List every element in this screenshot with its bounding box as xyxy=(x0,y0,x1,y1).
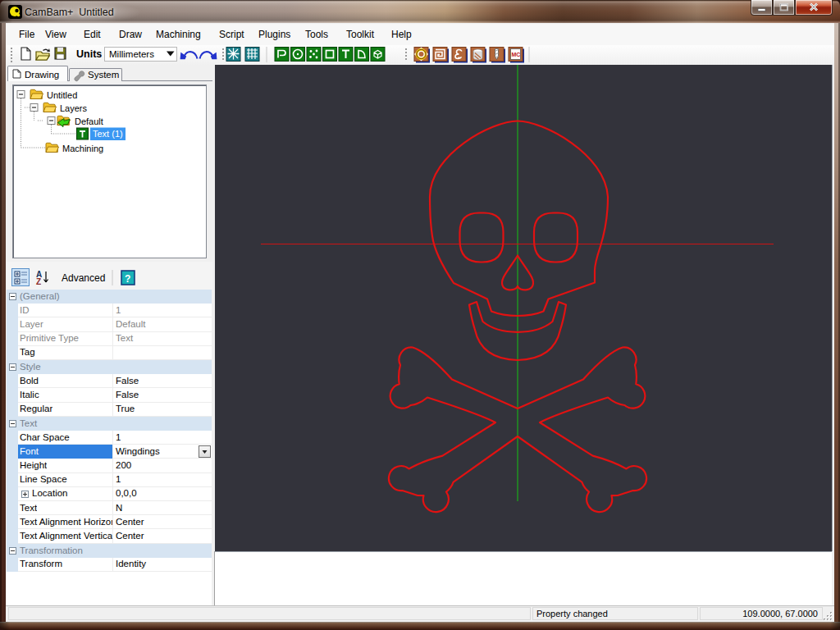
svg-text:Layers: Layers xyxy=(60,103,88,113)
svg-text:Drawing: Drawing xyxy=(25,70,59,80)
svg-text:Advanced: Advanced xyxy=(62,272,105,284)
svg-text:Text (1): Text (1) xyxy=(93,129,123,139)
svg-text:?: ? xyxy=(125,273,130,285)
svg-text:MC: MC xyxy=(512,52,521,57)
svg-text:Default: Default xyxy=(75,116,103,126)
svg-text:Untitled: Untitled xyxy=(47,90,77,100)
svg-text:Z: Z xyxy=(36,277,41,286)
svg-text:Millimeters: Millimeters xyxy=(109,49,154,59)
svg-text:Units: Units xyxy=(76,48,102,60)
svg-text:Machining: Machining xyxy=(62,144,103,153)
svg-text:System: System xyxy=(88,70,119,80)
